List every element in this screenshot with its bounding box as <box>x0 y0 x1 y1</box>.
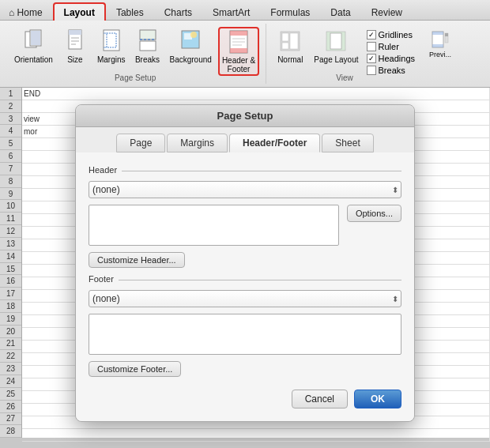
dialog-tab-header-footer[interactable]: Header/Footer <box>229 134 320 152</box>
page-setup-group-label: Page Setup <box>115 73 156 82</box>
options-button[interactable]: Options... <box>347 205 401 222</box>
breaks-icon <box>135 28 160 54</box>
dialog-body: Header (none) Custom Header... Customize… <box>76 152 414 421</box>
dialog-footer: Cancel OK <box>89 383 401 408</box>
breaks-check-icon <box>367 66 376 75</box>
footer-section-label: Footer <box>89 274 114 284</box>
header-select[interactable]: (none) Custom Header... <box>89 181 401 198</box>
group-view: Normal Page Layout <box>268 24 421 84</box>
ruler-check-icon <box>367 42 376 51</box>
background-label: Background <box>170 55 212 65</box>
spreadsheet-area: 1 2 3 4 5 6 7 8 9 10 11 12 13 14 15 16 1… <box>0 88 490 438</box>
margins-icon <box>99 28 124 54</box>
gridlines-check-icon: ✓ <box>367 30 376 40</box>
tab-home[interactable]: ⌂ Home <box>0 3 53 21</box>
svg-rect-34 <box>445 33 448 36</box>
orientation-label: Orientation <box>14 55 53 65</box>
dialog-title: Page Setup <box>217 110 273 122</box>
header-footer-label: Header &Footer <box>222 56 255 73</box>
svg-rect-32 <box>432 44 443 47</box>
cancel-button[interactable]: Cancel <box>292 390 348 408</box>
background-button[interactable]: Background <box>167 27 215 66</box>
tab-layout[interactable]: Layout <box>53 2 106 21</box>
header-footer-button[interactable]: Header &Footer <box>218 27 259 76</box>
ribbon-tabs: ⌂ Home Layout Tables Charts SmartArt For… <box>0 0 490 21</box>
background-icon <box>178 28 203 54</box>
page-layout-label: Page Layout <box>314 55 358 65</box>
breaks-checkbox[interactable]: Breaks <box>367 66 415 75</box>
normal-label: Normal <box>277 55 303 65</box>
orientation-button[interactable]: Orientation <box>11 27 56 66</box>
gridlines-checkbox[interactable]: ✓ Gridlines <box>367 30 415 40</box>
svg-rect-4 <box>69 30 81 35</box>
ruler-checkbox[interactable]: Ruler <box>367 42 415 51</box>
breaks-button[interactable]: Breaks <box>132 27 164 66</box>
view-checkboxes: ✓ Gridlines Ruler ✓ Headings <box>367 27 415 75</box>
tab-tables[interactable]: Tables <box>106 3 154 21</box>
header-section: Header (none) Custom Header... Customize… <box>89 165 401 268</box>
svg-rect-19 <box>230 31 247 36</box>
orientation-icon <box>21 28 46 54</box>
svg-rect-26 <box>282 43 288 49</box>
header-form-right: Options... <box>347 205 401 222</box>
ribbon-content: Orientation Size <box>0 21 490 87</box>
header-select-wrapper: (none) Custom Header... <box>89 181 401 198</box>
dialog-tab-page[interactable]: Page <box>116 134 165 152</box>
svg-rect-20 <box>230 48 247 53</box>
svg-rect-31 <box>432 32 443 35</box>
svg-rect-29 <box>330 33 341 49</box>
page-layout-button[interactable]: Page Layout <box>311 27 361 66</box>
footer-preview-row: Customize Footer... <box>89 314 401 377</box>
footer-section: Footer (none) Custom Footer... Customize… <box>89 274 401 377</box>
tab-charts[interactable]: Charts <box>154 3 202 21</box>
header-form-left: Customize Header... <box>89 205 339 268</box>
size-button[interactable]: Size <box>59 27 91 66</box>
svg-rect-25 <box>282 33 288 41</box>
page-layout-icon <box>323 28 349 54</box>
normal-button[interactable]: Normal <box>274 27 306 66</box>
headings-label: Headings <box>379 54 415 63</box>
headings-check-icon: ✓ <box>367 54 376 63</box>
header-section-label: Header <box>89 165 117 175</box>
dialog-titlebar: Page Setup <box>76 105 414 127</box>
dialog-tabs: Page Margins Header/Footer Sheet <box>76 127 414 152</box>
dialog-tab-margins[interactable]: Margins <box>167 134 228 152</box>
breaks-label: Breaks <box>135 55 160 65</box>
footer-select-wrapper: (none) Custom Footer... <box>89 290 401 307</box>
ok-button[interactable]: OK <box>354 390 401 408</box>
headings-checkbox[interactable]: ✓ Headings <box>367 54 415 63</box>
tab-smartart[interactable]: SmartArt <box>202 3 260 21</box>
customize-header-button[interactable]: Customize Header... <box>89 252 185 268</box>
footer-select[interactable]: (none) Custom Footer... <box>89 290 401 307</box>
margins-label: Margins <box>97 55 126 65</box>
group-page-setup: Orientation Size <box>5 24 266 84</box>
ribbon: ⌂ Home Layout Tables Charts SmartArt For… <box>0 0 490 88</box>
normal-icon <box>277 28 303 54</box>
header-footer-icon <box>226 29 251 55</box>
size-icon <box>62 28 88 54</box>
preview-button[interactable]: Previ... <box>426 28 454 61</box>
tab-formulas[interactable]: Formulas <box>260 3 320 21</box>
preview-button-area: Previ... <box>423 24 458 84</box>
view-group-label: View <box>336 73 353 82</box>
customize-footer-button[interactable]: Customize Footer... <box>89 361 181 377</box>
svg-rect-12 <box>140 30 156 40</box>
dialog-overlay: Page Setup Page Margins Header/Footer Sh… <box>0 88 490 438</box>
header-preview-row: Customize Header... Options... <box>89 205 401 268</box>
svg-rect-27 <box>290 33 298 49</box>
preview-icon <box>431 30 450 49</box>
margins-button[interactable]: Margins <box>94 27 129 66</box>
breaks-view-label: Breaks <box>379 66 405 75</box>
home-icon: ⌂ <box>9 7 14 18</box>
tab-review[interactable]: Review <box>361 3 413 21</box>
header-preview-box <box>89 205 339 246</box>
preview-label: Previ... <box>429 51 451 59</box>
tab-data[interactable]: Data <box>320 3 360 21</box>
ruler-label: Ruler <box>379 42 399 51</box>
footer-preview-box <box>89 314 401 355</box>
svg-rect-14 <box>140 41 156 51</box>
gridlines-label: Gridlines <box>379 30 413 40</box>
dialog-tab-sheet[interactable]: Sheet <box>322 134 373 152</box>
size-label: Size <box>67 55 82 65</box>
svg-rect-2 <box>31 31 40 45</box>
